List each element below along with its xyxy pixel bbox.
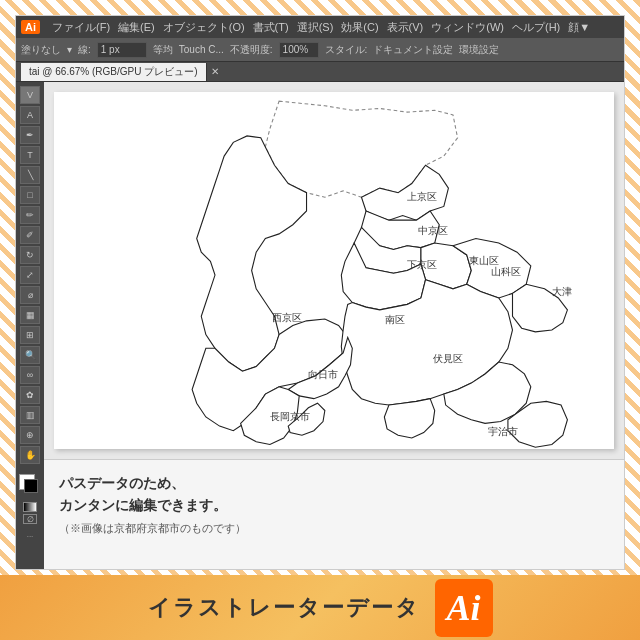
menu-extra[interactable]: 顔▼ bbox=[568, 20, 590, 35]
tool-rect[interactable]: □ bbox=[20, 186, 40, 204]
touch-label: Touch C... bbox=[179, 44, 224, 55]
toolbar-sep: ▾ bbox=[67, 44, 72, 55]
tool-type[interactable]: T bbox=[20, 146, 40, 164]
menu-object[interactable]: オブジェクト(O) bbox=[163, 20, 245, 35]
map-svg: 上京区 中京区 下京区 東山区 山科区 西京区 南区 伏見区 向日市 長岡京市 … bbox=[54, 92, 614, 449]
tool-line[interactable]: ╲ bbox=[20, 166, 40, 184]
tool-eyedropper[interactable]: 🔍 bbox=[20, 346, 40, 364]
tool-bar-chart[interactable]: ▥ bbox=[20, 406, 40, 424]
left-toolbar: V A ✒ T ╲ □ ✏ ✐ ↻ ⤢ ⌀ ▦ ⊞ 🔍 ∞ ✿ ▥ ⊕ ✋ bbox=[16, 82, 44, 569]
menubar: Ai ファイル(F) 編集(E) オブジェクト(O) 書式(T) 選択(S) 効… bbox=[16, 16, 624, 38]
info-box: パスデータのため、 カンタンに編集できます。 （※画像は京都府京都市のものです） bbox=[44, 459, 624, 569]
tool-rotate[interactable]: ↻ bbox=[20, 246, 40, 264]
tool-select[interactable]: V bbox=[20, 86, 40, 104]
gradient-icon[interactable] bbox=[23, 502, 37, 512]
env-settings-btn[interactable]: 環境設定 bbox=[459, 43, 499, 57]
label-nagaokakyo: 長岡京市 bbox=[270, 411, 310, 422]
color-swatches[interactable] bbox=[19, 474, 41, 496]
label-nakagyo: 中京区 bbox=[418, 225, 448, 236]
tab-bar: tai @ 66.67% (RGB/GPU プレビュー) ✕ bbox=[16, 62, 624, 82]
toolbar-row: 塗りなし ▾ 線: 等均 Touch C... 不透明度: スタイル: ドキュメ… bbox=[16, 38, 624, 62]
tool-hand[interactable]: ✋ bbox=[20, 446, 40, 464]
mode-label: 等均 bbox=[153, 43, 173, 57]
label-minami: 南区 bbox=[385, 314, 405, 325]
stroke-label: 線: bbox=[78, 43, 91, 57]
menu-help[interactable]: ヘルプ(H) bbox=[512, 20, 560, 35]
opacity-input[interactable] bbox=[279, 42, 319, 58]
tool-pencil[interactable]: ✐ bbox=[20, 226, 40, 244]
label-fushimi: 伏見区 bbox=[433, 353, 463, 364]
tool-options[interactable]: ··· bbox=[27, 532, 34, 541]
menu-select[interactable]: 選択(S) bbox=[297, 20, 334, 35]
tool-paintbrush[interactable]: ✏ bbox=[20, 206, 40, 224]
style-label: スタイル: bbox=[325, 43, 368, 57]
none-icon[interactable]: ∅ bbox=[23, 514, 37, 524]
label-yamashina: 山科区 bbox=[491, 266, 521, 277]
color-mode-icons: ∅ bbox=[23, 502, 37, 524]
banner-text: イラストレーターデータ bbox=[148, 593, 420, 623]
label-shimogyo: 下京区 bbox=[407, 259, 437, 270]
label-nishikyo: 西京区 bbox=[272, 312, 302, 323]
stroke-swatch[interactable] bbox=[24, 479, 38, 493]
menu-file[interactable]: ファイル(F) bbox=[52, 20, 110, 35]
label-kamigyo: 上京区 bbox=[407, 191, 437, 202]
menu-format[interactable]: 書式(T) bbox=[253, 20, 289, 35]
fill-label: 塗りなし bbox=[21, 43, 61, 57]
tool-pen[interactable]: ✒ bbox=[20, 126, 40, 144]
app-logo: Ai bbox=[21, 20, 40, 34]
tool-scale[interactable]: ⤢ bbox=[20, 266, 40, 284]
bottom-banner: イラストレーターデータ Ai bbox=[0, 575, 640, 640]
doc-settings-btn[interactable]: ドキュメント設定 bbox=[373, 43, 453, 57]
label-otsu: 大津 bbox=[552, 286, 572, 297]
tool-gradient[interactable]: ▦ bbox=[20, 306, 40, 324]
tool-blend[interactable]: ∞ bbox=[20, 366, 40, 384]
menu-window[interactable]: ウィンドウ(W) bbox=[431, 20, 504, 35]
menu-edit[interactable]: 編集(E) bbox=[118, 20, 155, 35]
opacity-label: 不透明度: bbox=[230, 43, 273, 57]
menu-effect[interactable]: 効果(C) bbox=[341, 20, 378, 35]
label-higashiyama: 東山区 bbox=[469, 255, 499, 266]
info-sub-text: （※画像は京都府京都市のものです） bbox=[59, 521, 609, 536]
map-paper: 上京区 中京区 下京区 東山区 山科区 西京区 南区 伏見区 向日市 長岡京市 … bbox=[54, 92, 614, 449]
stroke-input[interactable] bbox=[97, 42, 147, 58]
content-area: Ai ファイル(F) 編集(E) オブジェクト(O) 書式(T) 選択(S) 効… bbox=[15, 15, 625, 570]
ai-badge: Ai bbox=[435, 579, 493, 637]
tool-zoom[interactable]: ⊕ bbox=[20, 426, 40, 444]
active-tab[interactable]: tai @ 66.67% (RGB/GPU プレビュー) bbox=[21, 63, 207, 81]
tool-mesh[interactable]: ⊞ bbox=[20, 326, 40, 344]
map-canvas: 上京区 中京区 下京区 東山区 山科区 西京区 南区 伏見区 向日市 長岡京市 … bbox=[44, 82, 624, 459]
info-main-text: パスデータのため、 カンタンに編集できます。 bbox=[59, 472, 609, 517]
label-muko: 向日市 bbox=[308, 369, 338, 380]
tab-close[interactable]: ✕ bbox=[211, 66, 219, 77]
tool-symbol[interactable]: ✿ bbox=[20, 386, 40, 404]
label-uji: 宇治市 bbox=[488, 426, 518, 437]
tool-direct-select[interactable]: A bbox=[20, 106, 40, 124]
menu-view[interactable]: 表示(V) bbox=[387, 20, 424, 35]
tool-warp[interactable]: ⌀ bbox=[20, 286, 40, 304]
page-wrapper: Ai ファイル(F) 編集(E) オブジェクト(O) 書式(T) 選択(S) 効… bbox=[0, 0, 640, 640]
